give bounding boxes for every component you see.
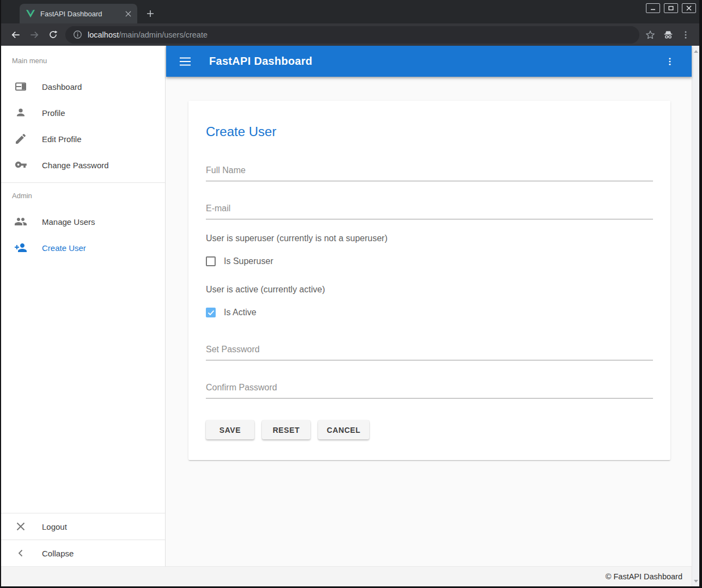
form-actions: SAVE RESET CANCEL (206, 420, 653, 439)
active-hint: User is active (currently active) (206, 284, 653, 296)
page-title: Create User (206, 124, 653, 139)
bookmark-star-icon[interactable] (645, 29, 656, 40)
new-tab-button[interactable] (144, 7, 157, 20)
checkbox-label: Is Superuser (224, 256, 273, 266)
set-password-field[interactable] (206, 340, 653, 360)
vue-logo-icon (26, 10, 35, 18)
window-close-button[interactable] (682, 3, 696, 13)
tab-title: FastAPI Dashboard (40, 10, 123, 18)
scroll-up-icon[interactable] (692, 47, 699, 55)
sidebar: Main menu Dashboard (1, 46, 166, 566)
url-path: /main/admin/users/create (119, 30, 207, 39)
page-viewport: Main menu Dashboard (1, 46, 699, 586)
sidebar-main-menu-header: Main menu (1, 46, 165, 74)
sidebar-item-collapse[interactable]: Collapse (1, 540, 165, 566)
sidebar-item-logout[interactable]: Logout (1, 513, 165, 540)
checkbox-label: Is Active (224, 308, 257, 317)
maximize-button[interactable] (664, 3, 678, 13)
browser-tab[interactable]: FastAPI Dashboard (20, 4, 137, 23)
create-user-card: Create User User is superuser (currently… (188, 101, 670, 460)
person-add-icon (14, 241, 27, 254)
save-button[interactable]: SAVE (206, 420, 254, 439)
reload-icon[interactable] (45, 27, 61, 43)
browser-window: FastAPI Dashboard (0, 0, 702, 588)
url-host: localhost (88, 30, 119, 39)
sidebar-item-label: Change Password (42, 161, 109, 170)
tab-strip: FastAPI Dashboard (1, 0, 699, 23)
browser-menu-kebab-icon[interactable] (681, 30, 691, 40)
checkbox-unchecked-icon[interactable] (206, 256, 216, 266)
main-area: FastAPI Dashboard Create User User is su… (166, 46, 692, 566)
content-area: Create User User is superuser (currently… (166, 77, 692, 566)
hamburger-menu-icon[interactable] (180, 57, 191, 66)
forward-icon[interactable] (26, 27, 42, 43)
page-content: Main menu Dashboard (1, 46, 692, 586)
page-footer: © FastAPI Dashboard (1, 566, 692, 586)
sidebar-item-change-password[interactable]: Change Password (1, 152, 165, 178)
checkbox-checked-icon[interactable] (206, 308, 216, 317)
sidebar-item-label: Collapse (42, 549, 74, 558)
pencil-icon (14, 132, 27, 145)
app-bar: FastAPI Dashboard (166, 46, 692, 77)
scrollbar[interactable] (692, 46, 699, 586)
sidebar-item-manage-users[interactable]: Manage Users (1, 209, 165, 235)
people-icon (14, 215, 27, 228)
sidebar-item-label: Dashboard (42, 82, 82, 91)
sidebar-bottom: Logout Collapse (1, 513, 165, 566)
sidebar-item-edit-profile[interactable]: Edit Profile (1, 126, 165, 152)
browser-toolbar: localhost/main/admin/users/create (1, 23, 699, 46)
scroll-down-icon[interactable] (692, 577, 699, 585)
email-field[interactable] (206, 199, 653, 219)
address-bar[interactable]: localhost/main/admin/users/create (65, 26, 639, 44)
key-icon (14, 158, 27, 171)
is-superuser-checkbox[interactable]: Is Superuser (206, 255, 653, 267)
chevron-left-icon (14, 547, 27, 560)
window-controls (646, 3, 696, 13)
appbar-title: FastAPI Dashboard (209, 55, 313, 68)
appbar-kebab-icon[interactable] (662, 53, 678, 70)
sidebar-item-profile[interactable]: Profile (1, 100, 165, 126)
tab-close-icon[interactable] (123, 9, 133, 19)
toolbar-actions (645, 29, 694, 40)
sidebar-item-label: Create User (42, 243, 86, 253)
site-info-icon[interactable] (73, 30, 82, 39)
copyright-text: © FastAPI Dashboard (606, 572, 682, 581)
confirm-password-field[interactable] (206, 378, 653, 399)
superuser-hint: User is superuser (currently is not a su… (206, 232, 653, 244)
close-icon (14, 520, 27, 533)
sidebar-item-create-user[interactable]: Create User (1, 235, 165, 261)
reset-button[interactable]: RESET (262, 420, 310, 439)
sidebar-item-label: Logout (42, 522, 67, 531)
back-icon[interactable] (8, 27, 24, 43)
incognito-icon (662, 29, 674, 40)
full-name-field[interactable] (206, 161, 653, 181)
dashboard-icon (14, 80, 27, 93)
sidebar-item-label: Manage Users (42, 217, 95, 226)
is-active-checkbox[interactable]: Is Active (206, 307, 653, 318)
cancel-button[interactable]: CANCEL (318, 420, 369, 439)
sidebar-admin-header: Admin (1, 183, 165, 209)
sidebar-item-label: Edit Profile (42, 134, 82, 144)
sidebar-item-dashboard[interactable]: Dashboard (1, 74, 165, 100)
sidebar-item-label: Profile (42, 108, 65, 118)
minimize-button[interactable] (646, 3, 660, 13)
person-icon (14, 106, 27, 119)
